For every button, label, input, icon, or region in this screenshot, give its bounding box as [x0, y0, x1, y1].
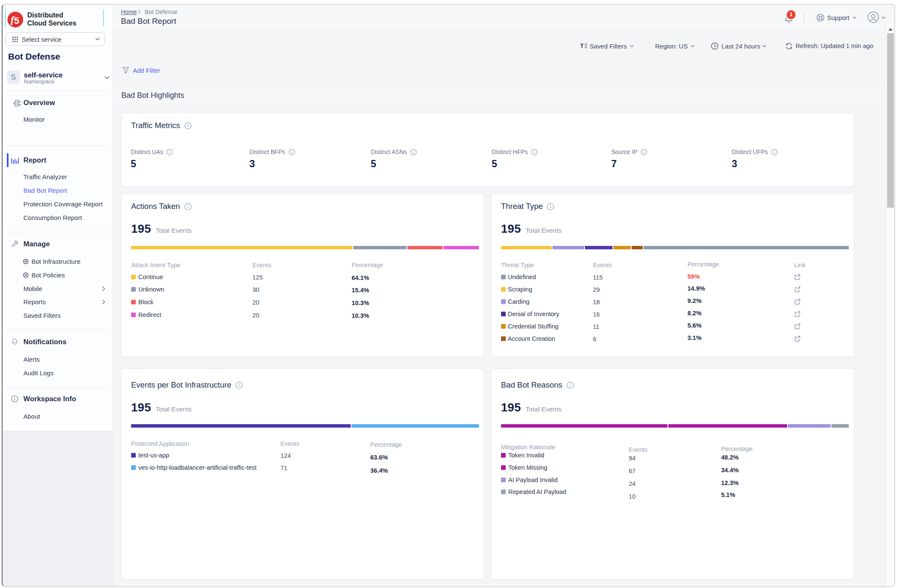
svg-text:5: 5 [14, 15, 19, 26]
